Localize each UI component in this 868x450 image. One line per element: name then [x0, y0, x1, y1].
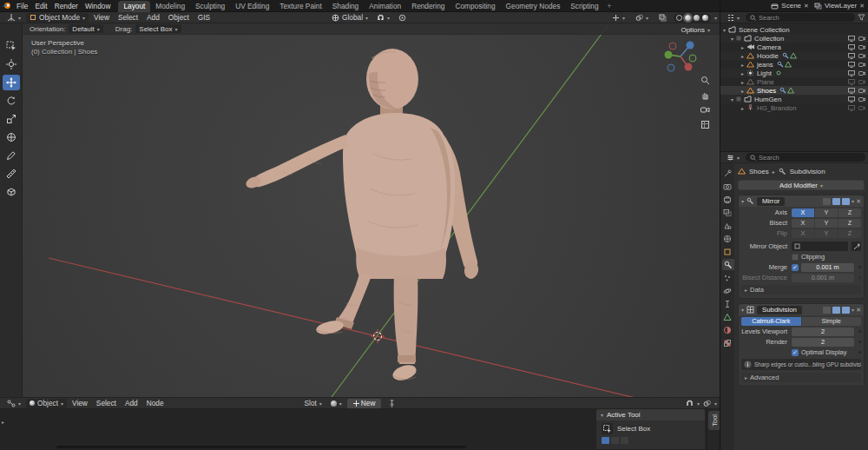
tab-world-icon[interactable] — [720, 233, 734, 244]
render-visibility-icon[interactable] — [858, 105, 865, 111]
workspace-tab-texture-paint[interactable]: Texture Paint — [274, 1, 326, 12]
outliner-row-plane[interactable]: Plane — [720, 77, 868, 86]
axis-z-button[interactable]: Z — [838, 208, 861, 217]
edit-mode-toggle-icon[interactable] — [823, 307, 831, 314]
animate-dot-icon[interactable] — [858, 276, 861, 279]
viewport-visibility-icon[interactable] — [848, 79, 855, 85]
menu-add[interactable]: Add — [143, 13, 163, 22]
menu-view[interactable]: View — [90, 13, 113, 22]
overlays-dropdown[interactable] — [632, 13, 652, 22]
tool-scale[interactable] — [3, 111, 20, 127]
viewport-visibility-icon[interactable] — [848, 96, 855, 103]
shader-snap-icon[interactable] — [686, 400, 694, 407]
tab-tool-icon[interactable] — [720, 168, 734, 179]
axis-x-button[interactable]: X — [792, 208, 815, 217]
render-visibility-icon[interactable] — [858, 36, 865, 42]
tab-output-icon[interactable] — [720, 194, 734, 205]
data-subpanel-header[interactable]: Data — [741, 285, 861, 294]
toggle-perspective-icon[interactable] — [700, 120, 710, 129]
tool-annotate[interactable] — [3, 148, 20, 163]
shader-menu-select[interactable]: Select — [93, 399, 120, 407]
properties-editor-type-button[interactable] — [723, 153, 743, 162]
workspace-tab-uv-editing[interactable]: UV Editing — [230, 1, 274, 12]
viewport-visibility-icon[interactable] — [848, 44, 855, 50]
menu-window[interactable]: Window — [82, 2, 115, 10]
flip-y-button[interactable]: Y — [815, 229, 838, 238]
outliner-editor-type-button[interactable] — [723, 13, 743, 22]
panel-collapse-icon[interactable] — [741, 197, 744, 205]
tool-move[interactable] — [3, 75, 20, 90]
render-visibility-icon[interactable] — [858, 44, 865, 50]
viewport-3d[interactable]: Orientation: Default Drag: Select Box Us… — [23, 23, 720, 397]
disclosure-icon[interactable] — [731, 96, 733, 103]
catmull-clark-button[interactable]: Catmull-Clark — [741, 317, 802, 326]
render-visibility-icon[interactable] — [858, 79, 865, 85]
slot-dropdown[interactable]: Slot — [301, 399, 326, 407]
outliner-search-input[interactable] — [759, 14, 851, 22]
render-visibility-icon[interactable] — [858, 62, 865, 68]
tab-data-icon[interactable] — [720, 311, 734, 322]
disclosure-icon[interactable] — [741, 43, 744, 51]
realtime-toggle-icon[interactable] — [832, 198, 840, 205]
panel-collapse-icon[interactable] — [741, 306, 744, 314]
disclosure-icon[interactable] — [741, 61, 744, 69]
outliner-row-jeans[interactable]: jeans — [720, 60, 868, 69]
shader-overlay-dropdown-icon[interactable] — [714, 399, 717, 407]
workspace-tab-modeling[interactable]: Modeling — [150, 1, 190, 12]
menu-select[interactable]: Select — [115, 13, 141, 22]
clipping-checkbox[interactable] — [792, 254, 799, 261]
tab-scene-icon[interactable] — [720, 220, 734, 231]
mode-dropdown[interactable]: Object Mode — [26, 13, 89, 23]
viewport-visibility-icon[interactable] — [848, 36, 855, 42]
collection-checkbox[interactable] — [736, 96, 741, 102]
menu-gis[interactable]: GIS — [194, 13, 214, 22]
shader-overlay-icon[interactable] — [703, 400, 711, 407]
shader-menu-view[interactable]: View — [69, 399, 91, 407]
zoom-icon[interactable] — [700, 76, 710, 85]
viewlayer-unlink-icon[interactable] — [859, 2, 865, 10]
select-box-tool-icon[interactable] — [602, 423, 613, 434]
tool-measure[interactable] — [3, 166, 20, 182]
workspace-tab-sculpting[interactable]: Sculpting — [190, 1, 230, 12]
subdivision-modifier-header[interactable]: Subdivision — [739, 304, 864, 315]
tool-select-box[interactable] — [3, 38, 20, 54]
render-visibility-icon[interactable] — [858, 88, 865, 94]
shader-menu-add[interactable]: Add — [122, 399, 141, 407]
breadcrumb-modifier[interactable]: Subdivision — [790, 168, 825, 175]
eyedropper-button[interactable] — [851, 242, 861, 251]
navigation-gizmo[interactable] — [661, 37, 700, 77]
realtime-toggle-icon[interactable] — [832, 307, 840, 314]
breadcrumb-object[interactable]: Shoes — [749, 168, 769, 175]
outliner-search[interactable] — [746, 13, 855, 22]
bisect-y-button[interactable]: Y — [815, 219, 838, 228]
disclosure-icon[interactable] — [741, 69, 744, 77]
menu-file[interactable]: File — [13, 2, 31, 10]
render-levels-field[interactable]: 2 — [792, 338, 854, 347]
shader-editor-type-button[interactable] — [3, 399, 24, 407]
outliner-row-camera[interactable]: Camera — [720, 43, 868, 51]
add-workspace-button[interactable]: + — [604, 1, 615, 12]
options-button[interactable]: Options — [681, 26, 710, 34]
viewlayer-selector[interactable]: ViewLayer — [814, 2, 865, 10]
disclosure-icon[interactable] — [741, 87, 744, 95]
workspace-tab-compositing[interactable]: Compositing — [450, 1, 500, 12]
sidebar-tab-tool[interactable]: Tool — [708, 411, 720, 430]
merge-threshold-slider[interactable]: 0.001 m — [801, 263, 854, 272]
select-mode-extend-icon[interactable] — [611, 437, 619, 444]
render-toggle-icon[interactable] — [842, 198, 850, 205]
viewport-visibility-icon[interactable] — [848, 70, 855, 76]
tab-material-icon[interactable] — [720, 324, 734, 335]
extras-dropdown-icon[interactable] — [852, 197, 854, 205]
tool-cursor[interactable] — [3, 56, 20, 72]
bisect-z-button[interactable]: Z — [838, 219, 861, 228]
disclosure-icon[interactable] — [731, 35, 733, 43]
shading-material-icon[interactable] — [694, 15, 700, 21]
tab-object-icon[interactable] — [720, 246, 734, 257]
select-mode-subtract-icon[interactable] — [621, 437, 628, 444]
proportional-editing-toggle[interactable] — [395, 14, 410, 22]
add-modifier-button[interactable]: Add Modifier — [738, 180, 865, 190]
xray-toggle[interactable] — [655, 14, 670, 22]
properties-search-input[interactable] — [759, 154, 861, 162]
outliner-row-collection[interactable]: Collection — [720, 34, 868, 43]
active-tool-panel-header[interactable]: Active Tool — [596, 409, 705, 420]
